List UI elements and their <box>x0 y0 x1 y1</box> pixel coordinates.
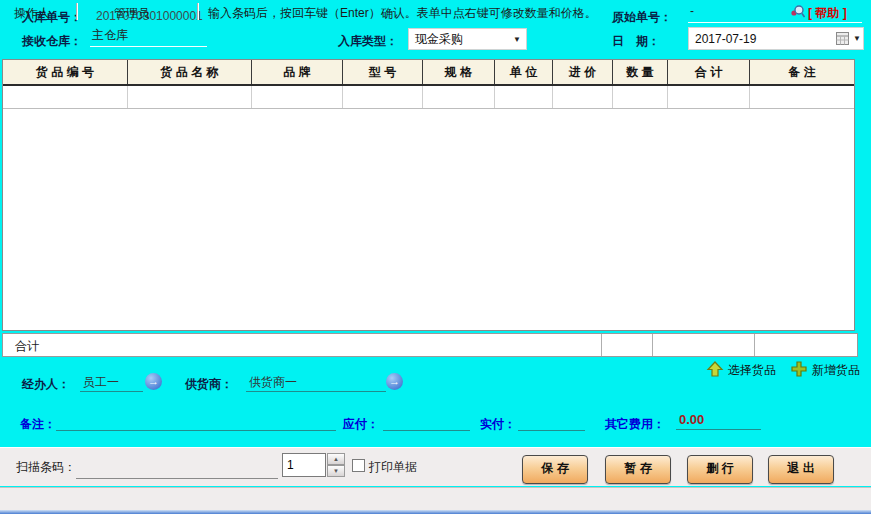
col-header-cost[interactable]: 进 价 <box>553 60 613 84</box>
paid-field[interactable] <box>518 413 585 431</box>
remark-label: 备注： <box>20 416 56 433</box>
col-header-subtotal[interactable]: 合 计 <box>668 60 750 84</box>
barcode-input[interactable] <box>76 458 278 479</box>
col-header-item-name[interactable]: 货 品 名 称 <box>128 60 252 84</box>
other-fee-label: 其它费用： <box>605 416 665 433</box>
col-header-item-code[interactable]: 货 品 编 号 <box>3 60 128 84</box>
select-goods-label: 选择货品 <box>728 362 776 379</box>
col-header-qty[interactable]: 数 量 <box>613 60 668 84</box>
handler-picker-arrow-icon[interactable]: → <box>145 373 162 390</box>
warehouse-field[interactable]: 主仓库 <box>90 27 207 47</box>
handler-field[interactable]: 员工一 <box>80 374 143 392</box>
items-table-header: 货 品 编 号 货 品 名 称 品 牌 型 号 规 格 单 位 进 价 数 量 … <box>3 60 854 86</box>
col-header-model[interactable]: 型 号 <box>343 60 423 84</box>
operator-label: 操作人： <box>14 5 62 22</box>
chevron-down-icon: ▼ <box>853 34 861 43</box>
print-label: 打印单据 <box>369 459 417 476</box>
add-goods-button[interactable]: 新增货品 <box>790 360 860 381</box>
supplier-picker-arrow-icon[interactable]: → <box>386 373 403 390</box>
other-fee-field[interactable]: 0.00 <box>676 412 761 430</box>
exit-button[interactable]: 退 出 <box>768 455 834 484</box>
status-bar <box>0 487 871 510</box>
barcode-label: 扫描条码： <box>16 459 76 476</box>
select-goods-button[interactable]: 选择货品 <box>706 360 776 381</box>
status-hint: 输入条码后，按回车键（Enter）确认。表单中点右键可修改数量和价格。 <box>208 5 597 22</box>
totals-divider <box>754 334 755 356</box>
totals-row: 合计 <box>2 333 858 357</box>
operator-value: 管理员 <box>114 5 150 22</box>
spinner-up-icon[interactable]: ▲ <box>327 453 345 465</box>
up-arrow-icon <box>706 360 724 381</box>
col-header-spec[interactable]: 规 格 <box>423 60 495 84</box>
save-button[interactable]: 保 存 <box>522 455 588 484</box>
supplier-label: 供货商： <box>185 376 233 393</box>
status-divider <box>76 3 78 20</box>
stockin-type-value: 现金采购 <box>415 31 463 48</box>
chevron-down-icon: ▼ <box>513 35 521 44</box>
date-field[interactable]: 2017-07-19 ▼ <box>688 27 864 50</box>
payable-label: 应付： <box>343 416 379 433</box>
quantity-stepper: ▲ ▼ <box>327 453 345 477</box>
stockin-type-label: 入库类型： <box>338 33 398 50</box>
quantity-input[interactable] <box>282 453 326 477</box>
date-label: 日 期： <box>612 33 660 50</box>
stockin-type-select[interactable]: 现金采购 ▼ <box>408 28 527 50</box>
hold-button[interactable]: 暂 存 <box>605 455 671 484</box>
stock-in-form-window: 入库单号： 2017070301000001 原始单号： - 接收仓库： 主仓库… <box>0 0 871 514</box>
date-value: 2017-07-19 <box>695 32 756 46</box>
print-checkbox[interactable] <box>352 459 365 472</box>
plus-icon <box>790 360 808 381</box>
help-link[interactable]: [ 帮助 ] <box>808 5 847 22</box>
supplier-field[interactable]: 供货商一 <box>246 374 386 392</box>
payable-field[interactable] <box>383 413 470 431</box>
handler-label: 经办人： <box>22 376 70 393</box>
status-divider <box>197 3 199 20</box>
warehouse-label: 接收仓库： <box>22 33 82 50</box>
help-magnifier-icon <box>790 4 805 22</box>
totals-divider <box>601 334 602 356</box>
totals-label: 合计 <box>15 338 39 355</box>
items-table: 货 品 编 号 货 品 名 称 品 牌 型 号 规 格 单 位 进 价 数 量 … <box>2 59 855 331</box>
col-header-unit[interactable]: 单 位 <box>495 60 553 84</box>
paid-label: 实付： <box>480 416 516 433</box>
col-header-remark[interactable]: 备 注 <box>750 60 854 84</box>
add-goods-label: 新增货品 <box>812 362 860 379</box>
spinner-down-icon[interactable]: ▼ <box>327 465 345 477</box>
delete-row-button[interactable]: 删 行 <box>687 455 753 484</box>
table-row[interactable] <box>3 86 854 109</box>
origin-no-label: 原始单号： <box>612 9 672 26</box>
window-bottom-border <box>0 510 871 514</box>
remark-field[interactable] <box>56 413 336 431</box>
col-header-brand[interactable]: 品 牌 <box>252 60 343 84</box>
calendar-icon[interactable]: ▼ <box>836 32 861 45</box>
totals-divider <box>652 334 653 356</box>
